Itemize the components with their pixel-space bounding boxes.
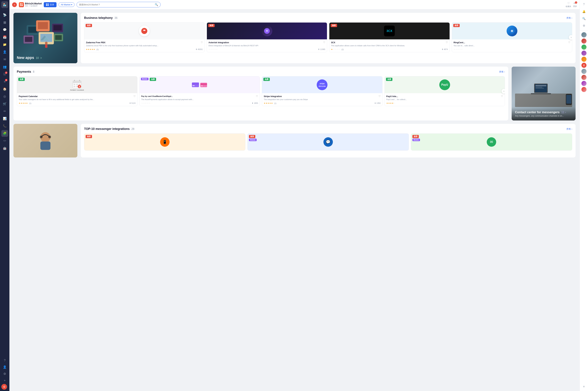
- sidebar-item-shop[interactable]: 🛒: [1, 100, 8, 107]
- payment-calendar-icon: $ PAYMENT CALENDAR: [70, 79, 84, 91]
- app-card-3cx[interactable]: 推荐 3CX 3CX ♡ This application allows use…: [329, 22, 450, 52]
- payu-badge: 免费: [386, 78, 392, 81]
- app-card-stripe[interactable]: 免费 stripe Bitrix24⊕ Stripe Integration ♡: [262, 76, 382, 106]
- paycard-favorite[interactable]: ♡: [256, 95, 258, 98]
- dropdown-arrow-icon: ▾: [71, 3, 72, 6]
- payu-favorite[interactable]: ♡: [501, 95, 503, 98]
- app-card-paycard[interactable]: Mobile 免费: [139, 76, 260, 106]
- sidebar-item-drive[interactable]: 📁: [1, 41, 8, 48]
- avatar-img-3: [582, 45, 587, 50]
- sidebar-item-code[interactable]: </>: [1, 137, 8, 144]
- sidebar-item-home[interactable]: 🏠: [1, 86, 8, 92]
- hamburger-menu-icon[interactable]: ≡: [581, 384, 587, 390]
- payment-calendar-reviews: (1): [29, 102, 31, 104]
- stripe-favorite[interactable]: ♡: [378, 95, 381, 98]
- sidebar-item-feed[interactable]: 📡: [1, 12, 8, 18]
- zadarma-downloads: ⬇ 49261: [196, 48, 203, 50]
- payments-next-arrow[interactable]: ›: [502, 89, 505, 94]
- notification-badge: 1: [575, 1, 577, 4]
- asterisk-body: Asterisk Integration ♡ Direct integratio…: [207, 39, 327, 52]
- sidebar-item-goals[interactable]: ◎: [1, 93, 8, 100]
- telephony-see-all[interactable]: 所有 ›: [567, 16, 572, 19]
- payu-desc: PayU and ... for collecti...: [386, 98, 503, 101]
- app-card-zadarma[interactable]: 推荐 Zadarma Free PBX ♡ Zadarma cloud PBX …: [84, 22, 205, 52]
- payments-apps-grid: 免费: [17, 76, 505, 106]
- paycard-mobile-badge: Mobile: [141, 78, 149, 80]
- avatar-7[interactable]: [582, 69, 587, 74]
- close-button[interactable]: ×: [12, 2, 17, 7]
- svg-rect-13: [45, 44, 47, 48]
- new-apps-banner[interactable]: New apps 10 >: [13, 13, 77, 63]
- avatar-4[interactable]: [582, 51, 587, 56]
- sidebar-item-market[interactable]: 🏪: [1, 1, 8, 8]
- 3cx-favorite[interactable]: ♡: [446, 41, 448, 44]
- top10-app-1[interactable]: 推荐 📱: [84, 133, 245, 151]
- more-button[interactable]: ••• 更多 1: [573, 2, 577, 7]
- telephony-title: Business telephony: [84, 16, 113, 19]
- app-card-ringcentral[interactable]: 推荐 RingCent... ♡ You can re... calls dir…: [452, 22, 572, 52]
- zadarma-name: Zadarma Free PBX: [86, 41, 105, 44]
- help-right-icon[interactable]: ?: [581, 1, 587, 7]
- sidebar-item-tasks[interactable]: ☑ 3: [1, 71, 8, 78]
- payments-section-row: Payments 8 所有 › 免费: [13, 67, 576, 120]
- notification-right-icon[interactable]: 🔔: [581, 8, 587, 14]
- sidebar-item-analytics[interactable]: 📊: [1, 115, 8, 122]
- avatar-9[interactable]: [582, 81, 587, 86]
- sidebar-item-workgroups[interactable]: ▦: [1, 19, 8, 26]
- sidebar-item-phone[interactable]: 📞: [1, 123, 8, 129]
- payment-calendar-badge: 免费: [18, 78, 25, 81]
- payments-see-all[interactable]: 所有 ›: [499, 70, 505, 73]
- favorites-button[interactable]: ♡ 收藏夹: [566, 2, 571, 8]
- sidebar-item-plus[interactable]: +: [1, 377, 8, 384]
- sidebar-item-list[interactable]: ≡ 2: [1, 78, 8, 85]
- sidebar-item-robot[interactable]: 🤖: [1, 145, 8, 152]
- avatar-5[interactable]: [582, 57, 587, 62]
- top10-1-image: 推荐 📱: [84, 134, 245, 150]
- sidebar-avatar[interactable]: 公: [1, 384, 7, 390]
- sidebar-item-settings[interactable]: ⚙: [1, 371, 8, 377]
- avatar-6-text: 公: [583, 64, 585, 67]
- sidebar-item-edit[interactable]: ✏: [1, 108, 8, 114]
- telephony-next-arrow[interactable]: ›: [569, 35, 572, 40]
- ringcentral-favorite[interactable]: ♡: [568, 41, 570, 44]
- sidebar-item-email[interactable]: ✉: [1, 56, 8, 63]
- avatar-10[interactable]: [582, 87, 587, 92]
- avatar-3[interactable]: [582, 45, 587, 50]
- messenger-banner[interactable]: Contact center for messengers 11 › Any m…: [512, 67, 576, 120]
- asterisk-favorite[interactable]: ♡: [323, 41, 325, 44]
- avatar-2[interactable]: [582, 39, 587, 44]
- avatar-6[interactable]: 公: [582, 63, 587, 68]
- sidebar-item-chat[interactable]: 💬: [1, 26, 8, 33]
- app-card-payment-calendar[interactable]: 免费: [17, 76, 137, 106]
- sidebar-item-apps[interactable]: 🧩: [1, 130, 8, 137]
- sidebar-item-contacts[interactable]: 👥: [1, 63, 8, 70]
- search-right-icon[interactable]: 🔍: [581, 15, 587, 21]
- top10-app-3[interactable]: 推荐 Mobile ✉: [411, 133, 572, 151]
- 3cx-body: 3CX ♡ This application allows users to i…: [329, 39, 450, 52]
- sidebar-item-help[interactable]: ?: [1, 357, 8, 364]
- payment-calendar-favorite[interactable]: ♡: [133, 95, 136, 98]
- top10-see-all[interactable]: 所有 ›: [567, 127, 572, 131]
- app-card-payu[interactable]: 免费 PayU PayU Inte... ♡ PayU and ... for …: [385, 76, 505, 106]
- zadarma-favorite[interactable]: ♡: [201, 41, 203, 44]
- search-input[interactable]: [79, 3, 153, 6]
- settings-right-icon[interactable]: ⚙: [581, 22, 587, 29]
- sidebar-item-calendar[interactable]: 📅: [1, 34, 8, 41]
- ringcentral-stars: ☆ ☆ ☆ ☆ ☆: [454, 48, 463, 50]
- catalog-icon: [46, 3, 49, 6]
- svg-rect-42: [200, 84, 207, 85]
- avatar-8[interactable]: [582, 75, 587, 80]
- payu-body: PayU Inte... ♡ PayU and ... for collecti…: [385, 93, 505, 106]
- payu-footer: ★ ★ ★ ★ ☆: [386, 102, 503, 104]
- app-card-asterisk[interactable]: 推荐 ✳ Asterisk Integration ♡ Direct integ…: [207, 22, 327, 52]
- avatar-1[interactable]: [581, 32, 587, 37]
- market-filter-dropdown[interactable]: All Market ▾: [59, 2, 75, 7]
- top10-app-2[interactable]: 推荐 Mobile 💬: [248, 133, 409, 151]
- catalog-button[interactable]: 目录: [44, 2, 57, 7]
- top10-1-icon: 📱: [160, 137, 169, 147]
- sidebar-item-crm[interactable]: 👤: [1, 49, 8, 55]
- support-banner[interactable]: [13, 124, 77, 158]
- 3cx-reviews: (2): [341, 48, 344, 50]
- sidebar-item-add-user[interactable]: 👤: [1, 364, 8, 371]
- top10-1-badge: 推荐: [85, 135, 92, 138]
